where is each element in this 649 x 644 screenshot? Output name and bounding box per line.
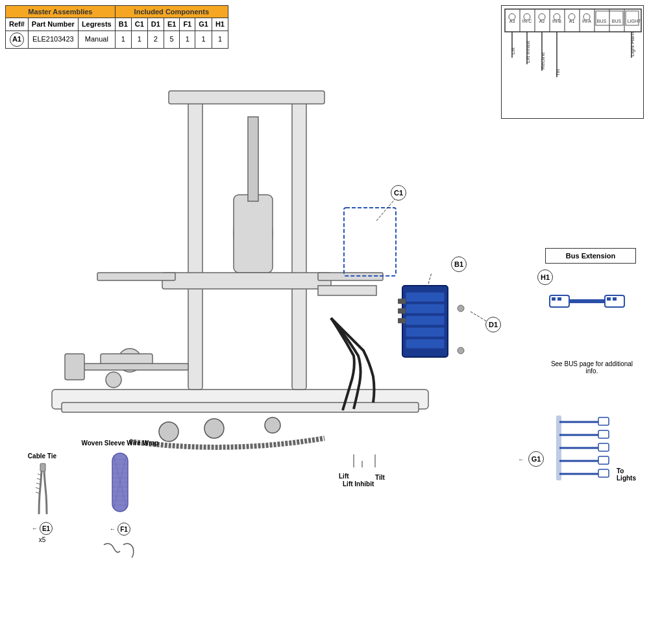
svg-rect-56 — [292, 97, 306, 390]
svg-rect-64 — [318, 286, 376, 295]
woven-sleeve-label: Woven Sleeve Wire Wrap — [81, 439, 159, 447]
col-b1: B1 — [115, 18, 131, 31]
circle-c1: C1 — [391, 185, 406, 201]
col-part-number: Part Number — [28, 18, 78, 31]
svg-text:Lift: Lift — [510, 47, 516, 55]
svg-line-93 — [36, 488, 40, 489]
callout-e1: ← E1 — [16, 522, 68, 535]
header-included: Included Components — [115, 6, 228, 18]
callout-d1: D1 — [485, 317, 501, 332]
woven-sleeve-svg — [107, 450, 133, 521]
cable-tie-section: Cable Tie ← E1 x5 — [16, 452, 68, 543]
svg-point-72 — [159, 422, 178, 441]
svg-rect-69 — [65, 354, 84, 380]
svg-point-70 — [204, 419, 224, 438]
mounting-bracket — [344, 208, 396, 276]
circle-e1: E1 — [40, 522, 53, 535]
connector-diagram: A3 IN-C A2 IN-B A1 IN-A BUS BUS LIGHT Li… — [501, 5, 644, 119]
cable-tie-label: Cable Tie — [16, 452, 68, 460]
g1-cables-svg — [546, 409, 637, 513]
col-e1: E1 — [164, 18, 179, 31]
wire-ties-svg — [101, 538, 140, 564]
svg-text:LIGHT: LIGHT — [628, 19, 641, 23]
cell-d1: 2 — [147, 31, 164, 48]
svg-rect-54 — [62, 402, 419, 412]
svg-point-71 — [265, 417, 280, 433]
svg-rect-50 — [598, 456, 609, 464]
svg-rect-76 — [406, 327, 445, 337]
svg-rect-80 — [398, 318, 406, 323]
cell-h1: 1 — [212, 31, 228, 48]
svg-line-83 — [376, 198, 396, 221]
svg-rect-68 — [78, 364, 188, 370]
svg-rect-38 — [557, 297, 561, 301]
svg-text:Tilt: Tilt — [555, 69, 561, 76]
svg-text:BUS: BUS — [597, 19, 607, 23]
col-c1: C1 — [131, 18, 147, 31]
col-h1: H1 — [212, 18, 228, 31]
svg-point-82 — [458, 347, 464, 354]
svg-rect-62 — [97, 273, 175, 280]
cell-e1: 5 — [164, 31, 179, 48]
svg-rect-61 — [162, 273, 331, 289]
callout-f1: ← F1 — [81, 523, 159, 536]
svg-rect-49 — [598, 443, 609, 451]
svg-text:IN-A: IN-A — [582, 19, 591, 23]
lift-inhibit-label: Lift Inhibit — [343, 480, 374, 488]
col-d1: D1 — [147, 18, 164, 31]
see-bus-text: See BUS page for additional info. — [546, 360, 637, 375]
circle-f1: F1 — [117, 523, 130, 536]
svg-rect-41 — [613, 297, 617, 301]
callout-b1: B1 — [451, 256, 467, 272]
svg-rect-78 — [398, 299, 406, 304]
svg-text:Light Harn.: Light Harn. — [630, 31, 635, 56]
cable-tie-svg — [31, 462, 54, 521]
cell-f1: 1 — [180, 31, 195, 48]
svg-rect-79 — [398, 308, 406, 314]
parts-table: Master Assemblies Included Components Re… — [5, 5, 228, 49]
svg-rect-89 — [40, 464, 45, 471]
svg-rect-60 — [248, 117, 258, 201]
bus-ext-svg — [546, 282, 637, 360]
svg-rect-36 — [550, 295, 569, 307]
svg-line-84 — [428, 273, 432, 284]
svg-rect-52 — [556, 415, 561, 480]
svg-text:Lift Inhibit: Lift Inhibit — [525, 40, 531, 63]
callout-c1: C1 — [391, 185, 406, 201]
svg-rect-51 — [598, 469, 609, 477]
to-lights-label: ToLights — [617, 467, 636, 482]
controller-box — [402, 286, 448, 357]
lift-label: Lift — [339, 473, 349, 480]
svg-rect-40 — [607, 297, 611, 301]
svg-rect-57 — [169, 91, 324, 104]
svg-rect-75 — [406, 316, 445, 325]
svg-rect-73 — [406, 292, 445, 302]
col-g1: G1 — [195, 18, 212, 31]
svg-rect-37 — [552, 297, 556, 301]
circle-b1: B1 — [451, 256, 467, 272]
svg-rect-55 — [188, 97, 202, 390]
ref-circle-a1: A1 — [10, 32, 24, 47]
cell-c1: 1 — [131, 31, 147, 48]
col-f1: F1 — [180, 18, 195, 31]
svg-rect-63 — [318, 273, 383, 280]
svg-rect-48 — [598, 430, 609, 438]
svg-text:IN-C: IN-C — [522, 19, 532, 23]
cell-legrests: Manual — [78, 31, 115, 48]
svg-point-58 — [234, 198, 273, 269]
col-ref: Ref# — [6, 18, 29, 31]
svg-rect-59 — [234, 195, 273, 273]
svg-rect-53 — [52, 390, 428, 409]
woven-sleeve-section: Woven Sleeve Wire Wrap ← F1 — [81, 439, 159, 566]
bus-extension-box: Bus Extension — [545, 248, 636, 264]
tilt-label: Tilt — [375, 474, 385, 481]
callout-g1: ← G1 — [518, 451, 544, 467]
svg-rect-39 — [605, 295, 624, 307]
circle-g1: G1 — [528, 451, 544, 467]
svg-line-85 — [471, 312, 487, 321]
cell-ref: A1 — [6, 31, 29, 48]
svg-point-65 — [118, 349, 141, 372]
svg-point-81 — [458, 305, 464, 312]
svg-rect-77 — [406, 339, 445, 349]
header-master: Master Assemblies — [6, 6, 116, 18]
